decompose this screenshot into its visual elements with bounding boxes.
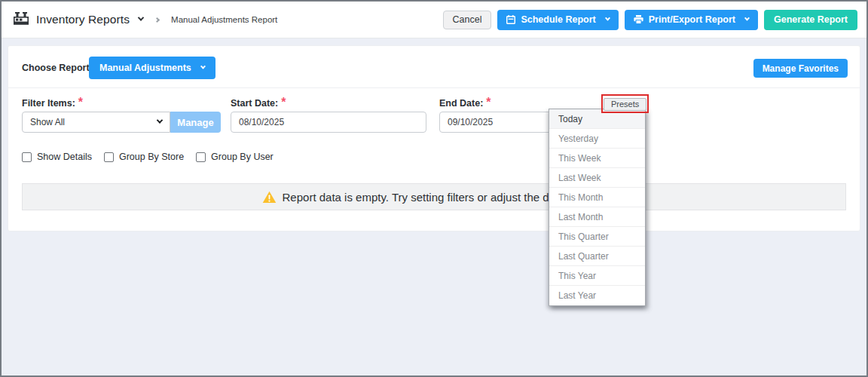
presets-annotation-box: Presets bbox=[601, 94, 649, 113]
show-details-checkbox[interactable] bbox=[22, 152, 32, 162]
group-by-store-checkbox[interactable] bbox=[104, 152, 114, 162]
preset-item-last-quarter[interactable]: Last Quarter bbox=[549, 247, 645, 266]
preset-item-last-week[interactable]: Last Week bbox=[549, 168, 645, 188]
group-by-store-option[interactable]: Group By Store bbox=[104, 152, 184, 162]
cancel-button[interactable]: Cancel bbox=[443, 11, 492, 29]
page-title: Inventory Reports bbox=[36, 13, 130, 26]
manage-favorites-button[interactable]: Manage Favorites bbox=[753, 59, 848, 78]
empty-report-banner: Report data is empty. Try setting filter… bbox=[22, 183, 846, 210]
end-date-label: End Date:* bbox=[439, 96, 491, 109]
app-window: Inventory Reports Manual Adjustments Rep… bbox=[0, 0, 868, 377]
start-date-input[interactable] bbox=[231, 112, 426, 133]
chevron-down-icon bbox=[744, 15, 750, 20]
presets-button[interactable]: Presets bbox=[604, 98, 646, 111]
breadcrumb: Inventory Reports Manual Adjustments Rep… bbox=[14, 2, 277, 38]
breadcrumb-separator-icon bbox=[154, 17, 160, 22]
breadcrumb-current: Manual Adjustments Report bbox=[171, 15, 277, 24]
show-details-option[interactable]: Show Details bbox=[22, 152, 92, 162]
chevron-down-icon[interactable] bbox=[138, 14, 144, 20]
chevron-down-icon bbox=[200, 63, 206, 69]
print-export-report-button[interactable]: Print/Export Report bbox=[625, 10, 758, 30]
show-details-label: Show Details bbox=[37, 152, 92, 162]
group-by-user-option[interactable]: Group By User bbox=[196, 152, 274, 162]
top-bar: Inventory Reports Manual Adjustments Rep… bbox=[2, 2, 866, 38]
preset-item-this-year[interactable]: This Year bbox=[549, 266, 645, 286]
preset-item-this-week[interactable]: This Week bbox=[549, 149, 645, 168]
manage-filters-button[interactable]: Manage bbox=[170, 112, 221, 133]
start-date-label: Start Date:* bbox=[231, 96, 286, 109]
print-export-report-label: Print/Export Report bbox=[649, 14, 735, 25]
group-by-user-label: Group By User bbox=[211, 152, 274, 162]
filter-items-select[interactable]: Show All bbox=[22, 112, 170, 133]
preset-item-last-month[interactable]: Last Month bbox=[549, 207, 645, 227]
preset-item-this-month[interactable]: This Month bbox=[549, 188, 645, 207]
preset-item-last-year[interactable]: Last Year bbox=[549, 286, 645, 305]
generate-report-button[interactable]: Generate Report bbox=[764, 10, 857, 30]
filter-items-label: Filter Items:* bbox=[22, 96, 83, 109]
preset-item-yesterday[interactable]: Yesterday bbox=[549, 129, 645, 149]
report-options-row: Show Details Group By Store Group By Use… bbox=[22, 152, 274, 162]
calendar-icon bbox=[506, 15, 515, 24]
report-card: Choose Report Manual Adjustments Manage … bbox=[8, 45, 860, 231]
schedule-report-button[interactable]: Schedule Report bbox=[497, 10, 618, 30]
presets-dropdown-menu: Today Yesterday This Week Last Week This… bbox=[549, 109, 646, 306]
choose-report-row: Choose Report Manual Adjustments Manage … bbox=[8, 46, 860, 88]
schedule-report-label: Schedule Report bbox=[521, 14, 595, 25]
filter-items-value: Show All bbox=[30, 117, 65, 127]
group-by-store-label: Group By Store bbox=[119, 152, 184, 162]
choose-report-label: Choose Report bbox=[22, 63, 90, 73]
warning-triangle-icon bbox=[262, 191, 277, 204]
inventory-reports-icon bbox=[14, 12, 29, 28]
chevron-down-icon bbox=[605, 15, 610, 20]
chevron-down-icon bbox=[157, 117, 163, 123]
preset-item-this-quarter[interactable]: This Quarter bbox=[549, 227, 645, 247]
report-type-dropdown[interactable]: Manual Adjustments bbox=[89, 57, 215, 79]
group-by-user-checkbox[interactable] bbox=[196, 152, 206, 162]
report-type-selected: Manual Adjustments bbox=[99, 63, 191, 73]
printer-icon bbox=[634, 15, 643, 24]
header-actions: Cancel Schedule Report bbox=[443, 2, 858, 38]
